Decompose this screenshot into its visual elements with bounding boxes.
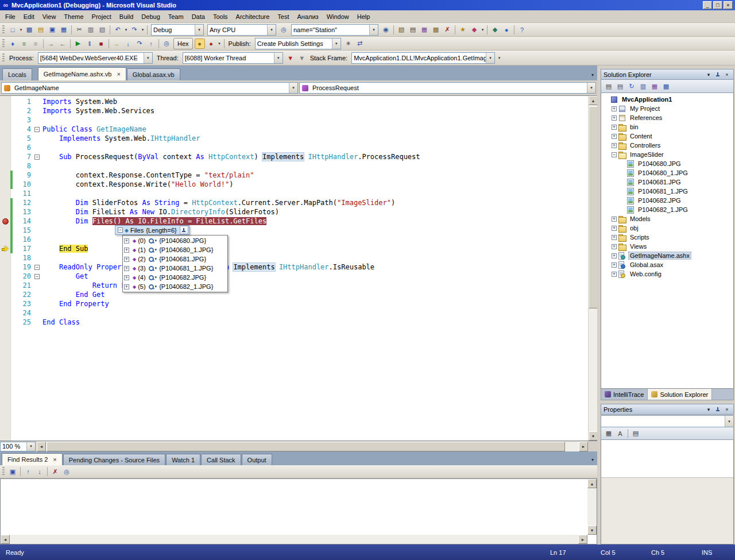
menu-theme[interactable]: Theme: [60, 12, 87, 21]
tree-item-obj[interactable]: +obj: [601, 223, 733, 233]
thread-combo[interactable]: [6088] Worker Thread ▾: [183, 52, 283, 64]
tab-Global.asax.vb[interactable]: Global.asax.vb: [127, 68, 180, 80]
breakpoint-margin[interactable]: [0, 189, 10, 198]
breakpoint-margin[interactable]: [0, 134, 10, 143]
breakpoint-margin[interactable]: [0, 143, 10, 152]
close-tab-icon[interactable]: ×: [53, 456, 56, 463]
toolbar-grip[interactable]: [2, 39, 5, 48]
breakpoint-margin[interactable]: [0, 125, 10, 134]
tree-item-Web.config[interactable]: +Web.config: [601, 269, 733, 279]
menu-edit[interactable]: Edit: [20, 12, 38, 21]
show-next-statement-icon[interactable]: →: [111, 38, 122, 49]
window-position-icon[interactable]: ▾: [705, 71, 713, 78]
tab-call-stack[interactable]: Call Stack: [201, 454, 241, 465]
toolbox-icon[interactable]: ▩: [431, 25, 441, 35]
zoom-combo[interactable]: 100 % ▾: [0, 442, 36, 451]
scroll-up-icon[interactable]: ▲: [589, 96, 597, 105]
web-browser-icon[interactable]: ●: [501, 25, 512, 35]
find-symbol-icon[interactable]: ◎: [161, 38, 172, 49]
dropdown-arrow-icon[interactable]: ▾: [480, 28, 485, 32]
team-explorer-icon[interactable]: ◆: [490, 25, 500, 35]
find-icon[interactable]: ◎: [278, 25, 289, 35]
close-icon[interactable]: ×: [723, 405, 731, 413]
paste-icon[interactable]: ▧: [97, 25, 107, 35]
breakpoint-margin[interactable]: [0, 217, 10, 226]
tree-expander-icon[interactable]: +: [612, 134, 617, 139]
visualizer-dropdown-icon[interactable]: ▾: [155, 284, 157, 289]
datatip-item[interactable]: +◆(2)▾{P1040681.JPG}: [123, 254, 227, 264]
properties-grid-rows[interactable]: [601, 440, 733, 478]
find-results-content[interactable]: ▲ ▼ ◄ ►: [0, 478, 597, 544]
menu-window[interactable]: Window: [323, 12, 353, 21]
properties-window-icon[interactable]: ▤: [408, 25, 418, 35]
tab-find-results-2[interactable]: Find Results 2×: [2, 453, 63, 465]
collapse-expander-icon[interactable]: −: [118, 227, 123, 233]
scrollbar-thumb[interactable]: [589, 106, 597, 308]
code-text[interactable]: Sub ProcessRequest(ByVal context As Http…: [42, 152, 420, 161]
breakpoint-margin[interactable]: [0, 281, 10, 290]
dropdown-arrow-icon[interactable]: ▾: [140, 28, 145, 32]
find-in-files-icon[interactable]: ◎: [61, 466, 72, 477]
datatip-item[interactable]: +◆(3)▾{P1040681_1.JPG}: [123, 264, 227, 273]
code-text[interactable]: context.Response.ContentType = "text/pla…: [42, 171, 254, 180]
tab-solution-explorer[interactable]: Solution Explorer: [648, 389, 712, 400]
scroll-right-icon[interactable]: ►: [579, 442, 588, 451]
tree-item-P1040682.JPG[interactable]: P1040682.JPG: [601, 196, 733, 205]
tab-GetImageName.ashx.vb[interactable]: GetImageName.ashx.vb×: [38, 67, 126, 80]
tree-item-References[interactable]: +References: [601, 113, 733, 122]
uncomment-icon[interactable]: ≡: [30, 38, 41, 49]
toolbar-overflow-icon[interactable]: ▾: [497, 56, 502, 60]
properties-object-combo[interactable]: ▾: [601, 415, 734, 427]
breakpoint-margin[interactable]: [0, 253, 10, 262]
extensions-icon[interactable]: ◆: [469, 25, 479, 35]
magnifier-icon[interactable]: [148, 284, 154, 290]
scroll-down-icon[interactable]: ▼: [587, 526, 597, 535]
chevron-down-icon[interactable]: ▾: [289, 83, 297, 93]
solution-platforms-combo[interactable]: Any CPU ▾: [207, 24, 276, 36]
step-over-icon[interactable]: ↷: [134, 38, 145, 49]
code-text[interactable]: Public Class GetImageName: [42, 125, 146, 134]
chevron-down-icon[interactable]: ▾: [369, 25, 378, 35]
menu-debug[interactable]: Debug: [137, 12, 164, 21]
code-text[interactable]: Implements System.Web.IHttpHandler: [42, 134, 200, 143]
visualizer-dropdown-icon[interactable]: ▾: [155, 266, 157, 271]
outdent-icon[interactable]: ←: [57, 38, 68, 49]
tree-item-Scripts[interactable]: +Scripts: [601, 233, 733, 242]
breakpoint-margin[interactable]: [0, 115, 10, 125]
indent-icon[interactable]: →: [46, 38, 56, 49]
tree-item-P1040680_1.JPG[interactable]: P1040680_1.JPG: [601, 168, 733, 177]
publish-profile-combo[interactable]: Create Publish Settings ▾: [255, 38, 341, 49]
toggle-bookmark-icon[interactable]: ♦: [7, 38, 18, 49]
code-text[interactable]: End Get: [42, 290, 105, 299]
tab-locals[interactable]: Locals: [2, 68, 32, 80]
magnifier-icon[interactable]: [148, 247, 154, 253]
code-text[interactable]: Imports System.Web: [42, 97, 117, 106]
visualizer-dropdown-icon[interactable]: ▾: [155, 248, 157, 252]
close-button[interactable]: ×: [724, 1, 733, 9]
dropdown-arrow-icon[interactable]: ▾: [123, 28, 129, 32]
tree-item-P1040682_1.JPG[interactable]: P1040682_1.JPG: [601, 205, 733, 214]
menu-help[interactable]: Help: [353, 12, 374, 21]
datatip-item[interactable]: +◆(1)▾{P1040680_1.JPG}: [123, 245, 227, 254]
property-pages-icon[interactable]: ▤: [630, 428, 641, 439]
fold-collapse-icon[interactable]: −: [34, 274, 40, 279]
menu-анализ[interactable]: Анализ: [293, 12, 322, 21]
save-results-icon[interactable]: ▣: [7, 466, 18, 477]
expand-icon[interactable]: +: [124, 284, 129, 289]
members-combo[interactable]: ProcessRequest ▾: [299, 82, 596, 94]
menu-architecture[interactable]: Architecture: [232, 12, 274, 21]
solution-configurations-combo[interactable]: Debug ▾: [151, 24, 204, 36]
view-designer-icon[interactable]: ▦: [649, 81, 660, 91]
breakpoint-icon[interactable]: [2, 218, 9, 225]
tree-expander-icon[interactable]: +: [612, 235, 617, 240]
menu-team[interactable]: Team: [164, 12, 188, 21]
step-into-icon[interactable]: ↓: [123, 38, 133, 49]
chevron-down-icon[interactable]: ▾: [332, 38, 341, 49]
editor-horizontal-scrollbar[interactable]: ◄ ►: [37, 442, 588, 451]
compare-icon[interactable]: ⇄: [355, 38, 365, 49]
toolbar-grip[interactable]: [2, 53, 5, 63]
settings-icon[interactable]: ∗: [343, 38, 354, 49]
visualizer-dropdown-icon[interactable]: ▾: [155, 257, 157, 261]
scroll-left-icon[interactable]: ◄: [1, 535, 10, 544]
visualizer-dropdown-icon[interactable]: ▾: [155, 275, 157, 280]
